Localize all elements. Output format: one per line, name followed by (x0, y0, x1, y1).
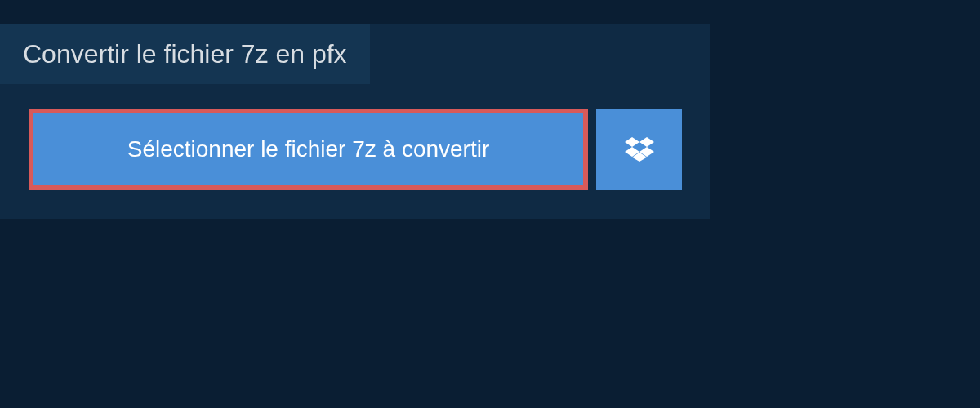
select-file-button[interactable]: Sélectionner le fichier 7z à convertir (29, 109, 588, 190)
title-text: Convertir le fichier 7z en pfx (23, 39, 347, 69)
action-row: Sélectionner le fichier 7z à convertir (0, 84, 710, 219)
select-file-label: Sélectionner le fichier 7z à convertir (127, 136, 490, 162)
dropbox-icon (625, 135, 654, 164)
dropbox-button[interactable] (596, 109, 682, 190)
page-title: Convertir le fichier 7z en pfx (0, 24, 370, 84)
converter-panel: Convertir le fichier 7z en pfx Sélection… (0, 24, 710, 219)
